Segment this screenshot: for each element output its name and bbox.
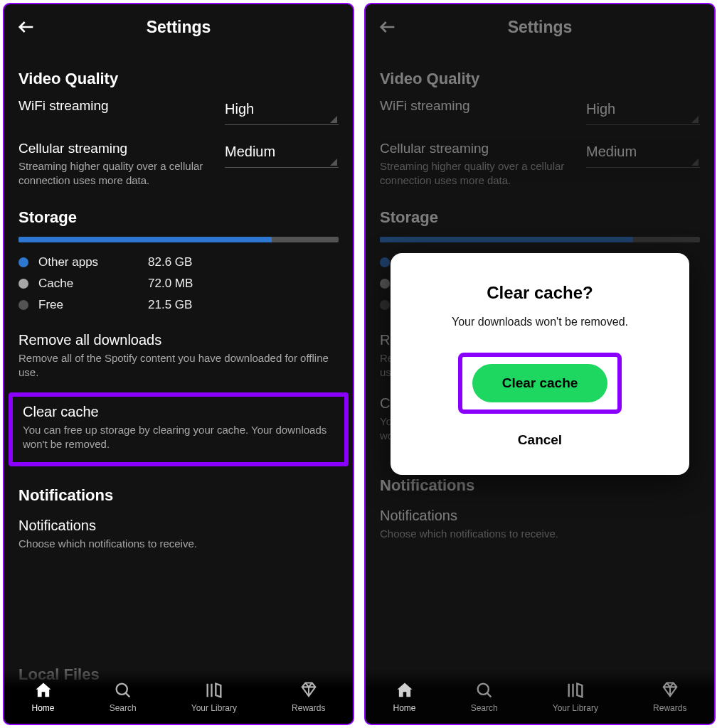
home-icon bbox=[33, 680, 53, 700]
cellular-streaming-sub: Streaming higher quality over a cellular… bbox=[18, 159, 203, 188]
app-header: Settings bbox=[4, 4, 353, 50]
dot-icon bbox=[18, 279, 28, 289]
nav-label: Rewards bbox=[292, 703, 325, 713]
cancel-button[interactable]: Cancel bbox=[512, 427, 568, 454]
setting-cellular-streaming[interactable]: Cellular streaming Streaming higher qual… bbox=[18, 141, 339, 188]
cellular-streaming-select[interactable]: Medium bbox=[225, 141, 339, 168]
storage-bar-fill bbox=[18, 237, 272, 242]
setting-wifi-streaming[interactable]: WiFi streaming High bbox=[18, 98, 339, 125]
arrow-left-icon bbox=[16, 17, 36, 37]
clear-cache-desc: You can free up storage by clearing your… bbox=[23, 423, 334, 452]
back-button[interactable] bbox=[376, 15, 400, 39]
nav-home[interactable]: Home bbox=[32, 680, 55, 713]
nav-label: Search bbox=[110, 703, 137, 713]
app-header: Settings bbox=[366, 4, 714, 50]
search-icon bbox=[113, 680, 133, 700]
page-title: Settings bbox=[4, 18, 353, 37]
bottom-nav: Home Search Your Library Rewards bbox=[4, 670, 353, 724]
remove-all-downloads[interactable]: Remove all downloads Remove all of the S… bbox=[18, 329, 339, 393]
wifi-streaming-select[interactable]: High bbox=[225, 98, 339, 125]
back-button[interactable] bbox=[14, 15, 38, 39]
nav-library[interactable]: Your Library bbox=[553, 680, 598, 713]
legend-value: 72.0 MB bbox=[148, 277, 193, 291]
setting-wifi-streaming[interactable]: WiFi streaming High bbox=[380, 98, 700, 125]
nav-search[interactable]: Search bbox=[471, 680, 498, 713]
clear-cache-dialog: Clear cache? Your downloads won't be rem… bbox=[391, 253, 689, 475]
nav-home[interactable]: Home bbox=[393, 680, 416, 713]
section-notifications: Notifications bbox=[380, 476, 700, 495]
screenshot-dialog: Settings Video Quality WiFi streaming Hi… bbox=[364, 3, 716, 725]
legend-label: Other apps bbox=[38, 255, 138, 269]
svg-point-1 bbox=[477, 684, 488, 695]
section-storage: Storage bbox=[380, 208, 700, 227]
legend-label: Cache bbox=[38, 277, 138, 291]
section-notifications: Notifications bbox=[18, 486, 339, 505]
storage-bar bbox=[18, 237, 339, 242]
legend-label: Free bbox=[38, 298, 138, 312]
svg-point-0 bbox=[116, 684, 127, 695]
nav-search[interactable]: Search bbox=[110, 680, 137, 713]
bottom-nav: Home Search Your Library Rewards bbox=[366, 670, 714, 724]
legend-other-apps: Other apps 82.6 GB bbox=[18, 255, 339, 269]
nav-rewards[interactable]: Rewards bbox=[292, 680, 325, 713]
highlight-frame: Clear cache bbox=[458, 353, 622, 414]
notifications-item[interactable]: Notifications Choose which notifications… bbox=[380, 505, 700, 554]
section-storage: Storage bbox=[18, 208, 339, 227]
clear-cache-item[interactable]: Clear cache You can free up storage by c… bbox=[9, 392, 349, 466]
section-video-quality: Video Quality bbox=[18, 70, 339, 88]
remove-downloads-title: Remove all downloads bbox=[18, 332, 339, 348]
home-icon bbox=[395, 680, 415, 700]
legend-free: Free 21.5 GB bbox=[18, 298, 339, 312]
setting-cellular-streaming[interactable]: Cellular streaming Streaming higher qual… bbox=[380, 141, 700, 188]
library-icon bbox=[204, 680, 224, 700]
screenshot-settings: Settings Video Quality WiFi streaming Hi… bbox=[3, 3, 354, 725]
nav-rewards[interactable]: Rewards bbox=[653, 680, 686, 713]
legend-cache: Cache 72.0 MB bbox=[18, 277, 339, 291]
storage-bar bbox=[380, 237, 700, 242]
diamond-icon bbox=[660, 680, 680, 700]
storage-legend: Other apps 82.6 GB Cache 72.0 MB Free 21… bbox=[18, 255, 339, 312]
section-video-quality: Video Quality bbox=[380, 70, 700, 88]
remove-downloads-desc: Remove all of the Spotify content you ha… bbox=[18, 351, 339, 380]
dot-icon bbox=[18, 257, 28, 267]
library-icon bbox=[566, 680, 585, 700]
page-title: Settings bbox=[366, 18, 714, 37]
arrow-left-icon bbox=[378, 17, 398, 37]
dialog-title: Clear cache? bbox=[409, 283, 671, 303]
legend-value: 21.5 GB bbox=[148, 298, 192, 312]
nav-library[interactable]: Your Library bbox=[191, 680, 237, 713]
dot-icon bbox=[18, 300, 28, 310]
legend-value: 82.6 GB bbox=[148, 255, 192, 269]
notifications-title: Notifications bbox=[18, 518, 339, 534]
nav-label: Home bbox=[32, 703, 55, 713]
diamond-icon bbox=[299, 680, 319, 700]
clear-cache-confirm-button[interactable]: Clear cache bbox=[472, 364, 608, 402]
wifi-streaming-label: WiFi streaming bbox=[18, 98, 208, 114]
search-icon bbox=[474, 680, 494, 700]
dialog-body: Your downloads won't be removed. bbox=[409, 316, 671, 328]
notifications-desc: Choose which notifications to receive. bbox=[18, 537, 339, 551]
cellular-streaming-label: Cellular streaming bbox=[18, 141, 208, 156]
notifications-item[interactable]: Notifications Choose which notifications… bbox=[18, 515, 339, 564]
clear-cache-title: Clear cache bbox=[23, 404, 334, 420]
nav-label: Your Library bbox=[191, 703, 237, 713]
